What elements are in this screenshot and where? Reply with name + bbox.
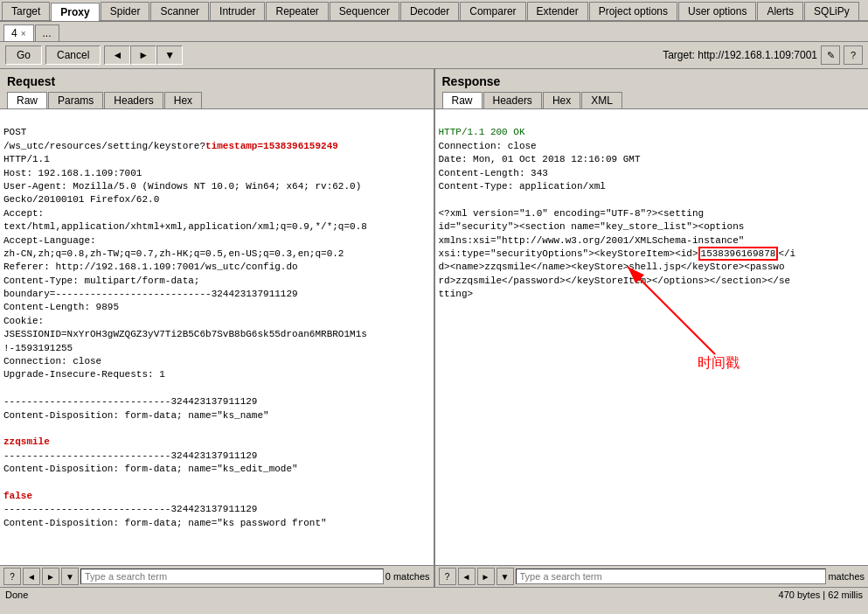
response-title: Response bbox=[435, 69, 869, 92]
response-tab-hex[interactable]: Hex bbox=[543, 92, 580, 108]
request-tab-params[interactable]: Params bbox=[48, 92, 103, 108]
sub-nav-bar: 4 × ... bbox=[0, 22, 868, 42]
request-body[interactable]: POST /ws_utc/resources/setting/keystore?… bbox=[0, 109, 434, 565]
request-search-prev-btn[interactable]: ◄ bbox=[23, 568, 40, 585]
toolbar: Go Cancel ◄ ► ▼ Target: http://192.168.1… bbox=[0, 42, 868, 69]
tab-repeater[interactable]: Repeater bbox=[266, 2, 328, 20]
response-content: HTTP/1.1 200 OK Connection: close Date: … bbox=[439, 127, 796, 299]
sub-tab-4[interactable]: 4 × bbox=[3, 24, 34, 41]
response-search-bar: ? ◄ ► ▼ matches bbox=[435, 565, 869, 587]
prev-button[interactable]: ◄ bbox=[104, 45, 130, 65]
response-match-count: matches bbox=[828, 571, 865, 582]
request-method: POST /ws_utc/resources/setting/keystore?… bbox=[3, 127, 367, 527]
status-left: Done bbox=[5, 590, 28, 600]
request-search-help-btn[interactable]: ? bbox=[3, 568, 21, 585]
top-nav-bar: Target Proxy Spider Scanner Intruder Rep… bbox=[0, 0, 868, 22]
response-search-options-btn[interactable]: ▼ bbox=[496, 568, 514, 585]
request-search-input[interactable] bbox=[80, 569, 384, 584]
request-tabs: Raw Params Headers Hex bbox=[0, 92, 434, 109]
tab-extender[interactable]: Extender bbox=[527, 2, 588, 20]
tab-target[interactable]: Target bbox=[2, 2, 50, 20]
go-button[interactable]: Go bbox=[5, 45, 42, 65]
request-tab-headers[interactable]: Headers bbox=[104, 92, 163, 108]
cancel-button[interactable]: Cancel bbox=[45, 45, 101, 65]
more-tabs-button[interactable]: ... bbox=[35, 24, 59, 41]
edit-target-button[interactable]: ✎ bbox=[821, 45, 840, 65]
request-tab-hex[interactable]: Hex bbox=[164, 92, 202, 108]
response-tab-xml[interactable]: XML bbox=[581, 92, 622, 108]
tab-proxy[interactable]: Proxy bbox=[51, 3, 99, 21]
request-search-bar: ? ◄ ► ▼ 0 matches bbox=[0, 565, 434, 587]
response-tab-headers[interactable]: Headers bbox=[483, 92, 542, 108]
tab-spider[interactable]: Spider bbox=[101, 2, 150, 20]
tab-intruder[interactable]: Intruder bbox=[210, 2, 265, 20]
response-panel: Response Raw Headers Hex XML HTTP/1.1 20… bbox=[435, 69, 869, 587]
nav-dropdown-button[interactable]: ▼ bbox=[156, 45, 183, 65]
request-search-next-btn[interactable]: ► bbox=[42, 568, 59, 585]
tab-comparer[interactable]: Comparer bbox=[460, 2, 525, 20]
close-tab-icon[interactable]: × bbox=[21, 29, 26, 38]
request-search-options-btn[interactable]: ▼ bbox=[61, 568, 79, 585]
target-label: Target: http://192.168.1.109:7001 bbox=[663, 49, 817, 61]
response-tab-raw[interactable]: Raw bbox=[442, 92, 483, 108]
tab-alerts[interactable]: Alerts bbox=[757, 2, 803, 20]
next-button[interactable]: ► bbox=[130, 45, 156, 65]
status-bar: Done 470 bytes | 62 millis bbox=[0, 587, 868, 602]
response-search-help-btn[interactable]: ? bbox=[439, 568, 456, 585]
help-button[interactable]: ? bbox=[844, 45, 863, 65]
tab-decoder[interactable]: Decoder bbox=[400, 2, 459, 20]
tab-sqlipy[interactable]: SQLiPy bbox=[804, 2, 859, 20]
tab-sequencer[interactable]: Sequencer bbox=[330, 2, 399, 20]
main-content: Request Raw Params Headers Hex POST /ws_… bbox=[0, 69, 868, 587]
svg-text:时间戳: 时间戳 bbox=[698, 355, 740, 370]
tab-scanner[interactable]: Scanner bbox=[150, 2, 209, 20]
response-search-input[interactable] bbox=[516, 569, 827, 584]
tab-project-options[interactable]: Project options bbox=[589, 2, 677, 20]
request-panel: Request Raw Params Headers Hex POST /ws_… bbox=[0, 69, 435, 587]
tab-number-label: 4 bbox=[11, 27, 17, 39]
request-match-count: 0 matches bbox=[385, 571, 430, 582]
response-body[interactable]: HTTP/1.1 200 OK Connection: close Date: … bbox=[435, 109, 869, 565]
response-search-next-btn[interactable]: ► bbox=[477, 568, 495, 585]
tab-user-options[interactable]: User options bbox=[678, 2, 756, 20]
status-right: 470 bytes | 62 millis bbox=[779, 590, 863, 600]
response-search-prev-btn[interactable]: ◄ bbox=[458, 568, 476, 585]
response-tabs: Raw Headers Hex XML bbox=[435, 92, 869, 109]
nav-buttons: ◄ ► ▼ bbox=[104, 45, 183, 65]
request-tab-raw[interactable]: Raw bbox=[7, 92, 47, 108]
request-title: Request bbox=[0, 69, 434, 92]
